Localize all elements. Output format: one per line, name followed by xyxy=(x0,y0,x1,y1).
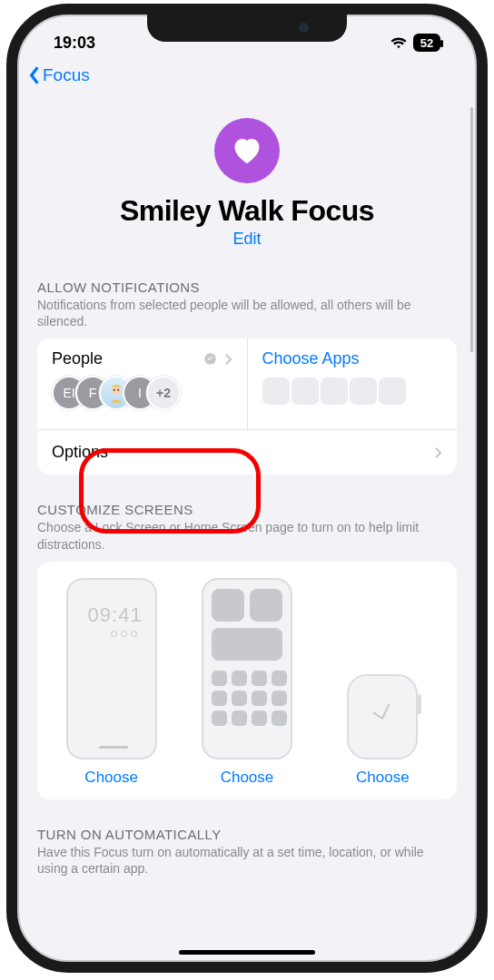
section-desc-auto: Have this Focus turn on automatically at… xyxy=(37,844,457,877)
edit-button[interactable]: Edit xyxy=(17,230,477,249)
verified-icon xyxy=(203,352,217,366)
section-desc-screens: Choose a Lock Screen or Home Screen page… xyxy=(37,519,457,552)
heart-icon xyxy=(230,133,264,168)
svg-point-1 xyxy=(114,389,115,391)
home-screen-option[interactable]: Choose xyxy=(185,578,308,787)
lock-screen-option[interactable]: 09:41 Choose xyxy=(50,578,173,787)
avatar-more: +2 xyxy=(146,376,181,410)
options-label: Options xyxy=(52,443,108,462)
screens-card: 09:41 Choose Choose xyxy=(37,562,457,799)
home-indicator[interactable] xyxy=(179,950,315,955)
lock-time: 09:41 xyxy=(88,603,143,627)
choose-button[interactable]: Choose xyxy=(221,769,274,787)
section-header-notifications: ALLOW NOTIFICATIONS xyxy=(37,279,457,295)
apps-label: Choose Apps xyxy=(262,349,360,368)
app-placeholders xyxy=(262,377,443,405)
lock-widgets-icon xyxy=(111,631,137,637)
focus-title: Smiley Walk Focus xyxy=(17,194,477,228)
people-label: People xyxy=(52,349,103,368)
clock-hands-icon xyxy=(364,699,400,735)
choose-button[interactable]: Choose xyxy=(84,769,138,787)
section-header-screens: CUSTOMIZE SCREENS xyxy=(37,502,457,517)
section-desc-notifications: Notifications from selected people will … xyxy=(37,297,457,329)
choose-button[interactable]: Choose xyxy=(356,769,410,787)
chevron-right-icon xyxy=(434,446,442,459)
phone-frame: 19:03 52 Focus Smiley Walk Focus Edit AL… xyxy=(6,4,488,973)
notch xyxy=(147,15,347,42)
battery-indicator: 52 xyxy=(413,34,440,52)
focus-header: Smiley Walk Focus Edit xyxy=(17,91,477,249)
people-avatars: EI F I +2 xyxy=(52,376,232,410)
chevron-left-icon xyxy=(28,65,41,85)
chevron-right-icon xyxy=(224,353,232,366)
lock-screen-preview: 09:41 xyxy=(66,578,157,760)
nav-back-label: Focus xyxy=(43,65,90,85)
watch-preview xyxy=(347,674,418,760)
section-header-auto: TURN ON AUTOMATICALLY xyxy=(37,827,457,842)
home-screen-preview xyxy=(202,578,292,760)
status-time: 19:03 xyxy=(54,34,95,53)
focus-icon-badge xyxy=(214,118,280,183)
wifi-icon xyxy=(390,36,408,49)
notifications-card: People EI F I xyxy=(37,338,457,475)
people-cell[interactable]: People EI F I xyxy=(37,338,248,429)
apps-cell[interactable]: Choose Apps xyxy=(248,338,458,429)
nav-back[interactable]: Focus xyxy=(17,58,477,91)
options-cell[interactable]: Options xyxy=(37,429,457,475)
watch-face-option[interactable]: Choose xyxy=(321,578,444,787)
svg-point-2 xyxy=(117,389,119,391)
